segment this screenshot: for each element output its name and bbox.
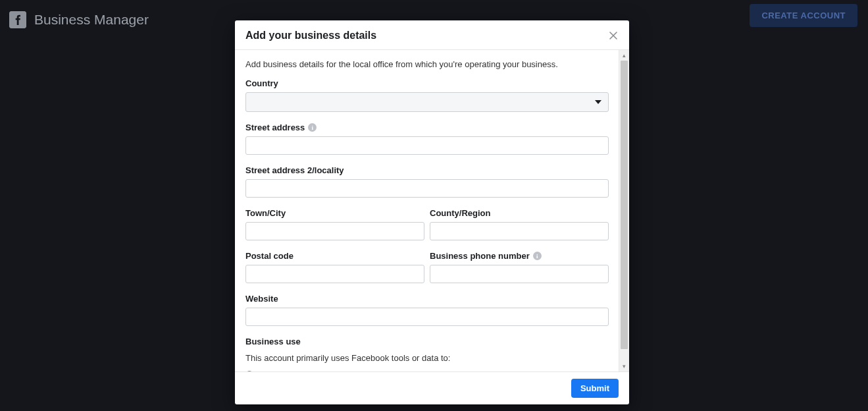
country-label: Country <box>245 78 608 88</box>
street2-label-text: Street address 2/locality <box>245 165 344 175</box>
brand-title: Business Manager <box>34 12 149 28</box>
street2-label: Street address 2/locality <box>245 165 608 175</box>
radio-icon <box>245 371 253 372</box>
info-icon[interactable]: i <box>533 252 542 260</box>
business-details-modal: Add your business details Add business d… <box>235 20 629 404</box>
close-icon[interactable] <box>608 30 619 41</box>
scroll-down-icon[interactable]: ▾ <box>619 361 629 371</box>
radio-option-promote[interactable]: Promote its own goods or services <box>245 370 608 371</box>
street-label-text: Street address <box>245 123 305 132</box>
website-input[interactable] <box>245 308 609 326</box>
street2-input[interactable] <box>245 179 609 198</box>
country-label-text: Country <box>245 78 278 88</box>
website-label-text: Website <box>245 294 278 304</box>
county-label: County/Region <box>430 208 609 218</box>
phone-label: Business phone number i <box>430 251 609 261</box>
town-input[interactable] <box>245 222 424 240</box>
business-use-heading: Business use <box>245 337 608 346</box>
info-icon[interactable]: i <box>308 123 317 132</box>
website-label: Website <box>245 294 608 304</box>
submit-button[interactable]: Submit <box>571 379 619 398</box>
postal-input[interactable] <box>245 265 424 283</box>
street-label: Street address i <box>245 123 608 132</box>
town-label-text: Town/City <box>245 208 286 218</box>
radio-label-promote: Promote its own goods or services <box>260 370 391 371</box>
county-input[interactable] <box>430 222 609 240</box>
chevron-down-icon <box>595 100 601 104</box>
phone-label-text: Business phone number <box>430 251 530 261</box>
street-input[interactable] <box>245 136 609 155</box>
postal-label: Postal code <box>245 251 424 261</box>
create-account-button[interactable]: CREATE ACCOUNT <box>750 4 857 27</box>
modal-header: Add your business details <box>235 20 629 50</box>
modal-intro-text: Add business details for the local offic… <box>245 59 608 69</box>
county-label-text: County/Region <box>430 208 490 218</box>
scrollbar-thumb[interactable] <box>621 61 628 349</box>
modal-footer: Submit <box>235 371 629 404</box>
facebook-logo-icon <box>9 11 26 28</box>
modal-title: Add your business details <box>245 30 376 41</box>
phone-input[interactable] <box>430 265 609 283</box>
country-select[interactable] <box>245 92 609 112</box>
scrollbar[interactable]: ▴ ▾ <box>619 50 629 371</box>
modal-scroll-area: Add business details for the local offic… <box>235 50 629 371</box>
modal-body: Add business details for the local offic… <box>235 50 619 371</box>
town-label: Town/City <box>245 208 424 218</box>
business-use-description: This account primarily uses Facebook too… <box>245 353 608 363</box>
postal-label-text: Postal code <box>245 251 294 261</box>
scroll-up-icon[interactable]: ▴ <box>619 50 629 61</box>
